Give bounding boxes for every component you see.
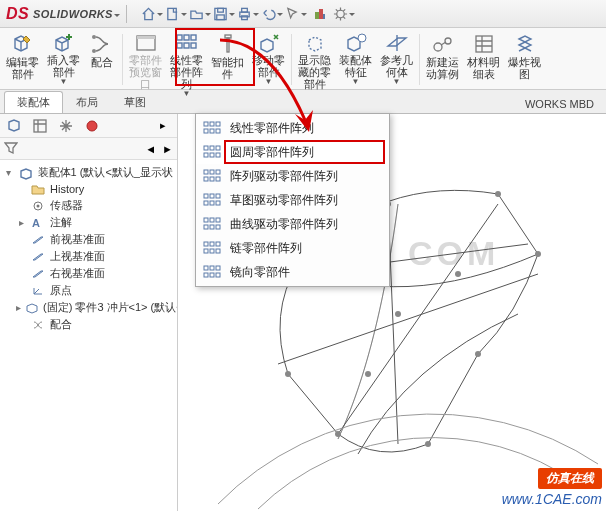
svg-rect-70 — [204, 225, 208, 229]
bom-button[interactable]: 材料明 细表 — [463, 30, 504, 86]
select-button[interactable] — [285, 3, 307, 25]
node-history[interactable]: History — [2, 181, 175, 197]
svg-rect-55 — [204, 170, 208, 174]
smart-fasteners-button[interactable]: 智能扣 件 — [207, 30, 248, 86]
menu-pattern-curve[interactable]: 曲线驱动零部件阵列 — [196, 212, 389, 236]
node-mates[interactable]: 配合 — [2, 316, 175, 333]
svg-rect-16 — [184, 35, 189, 40]
rebuild-button[interactable] — [309, 3, 331, 25]
svg-rect-84 — [216, 273, 220, 277]
undo-button[interactable] — [261, 3, 283, 25]
svg-rect-15 — [177, 35, 182, 40]
feature-tree[interactable]: ▾ 装配体1 (默认<默认_显示状 History传感器▸A注解前视基准面上视基… — [0, 160, 177, 511]
show-hidden-icon — [301, 32, 329, 54]
menu-pattern-linear[interactable]: 线性零部件阵列 — [196, 116, 389, 140]
ribbon-tabs: 装配体 布局 草图 WORKS MBD — [0, 90, 606, 114]
node-part[interactable]: ▸(固定) 零件3 冲片<1> (默认<<默 — [2, 299, 175, 316]
property-tab[interactable] — [30, 116, 50, 136]
exploded-view-button[interactable]: 爆炸视 图 — [504, 30, 545, 86]
svg-rect-76 — [204, 249, 208, 253]
display-tab[interactable] — [82, 116, 102, 136]
menu-pattern-chain[interactable]: 链零部件阵列 — [196, 236, 389, 260]
print-button[interactable] — [237, 3, 259, 25]
svg-rect-82 — [204, 273, 208, 277]
svg-point-37 — [425, 441, 431, 447]
reference-geom-button[interactable]: 参考几 何体▼ — [376, 30, 417, 86]
svg-point-28 — [87, 121, 97, 131]
linear-pattern-button[interactable]: 线性零 部件阵 列▼ — [166, 30, 207, 86]
svg-rect-18 — [177, 43, 182, 48]
svg-point-35 — [535, 251, 541, 257]
options-button[interactable] — [333, 3, 355, 25]
new-button[interactable] — [165, 3, 187, 25]
node-top-plane[interactable]: 上视基准面 — [2, 248, 175, 265]
filter-icon[interactable] — [4, 141, 18, 157]
svg-rect-56 — [210, 170, 214, 174]
tree-root[interactable]: ▾ 装配体1 (默认<默认_显示状 — [2, 164, 175, 181]
part-icon — [25, 301, 39, 315]
assembly-icon — [18, 166, 34, 180]
preview-window-button[interactable]: 零部件 预览窗 口 — [125, 30, 166, 86]
arrow-left-icon[interactable]: ◄ — [145, 143, 156, 155]
pattern-dropdown-menu: 线性零部件阵列圆周零部件阵列阵列驱动零部件阵列草图驱动零部件阵列曲线驱动零部件阵… — [195, 113, 390, 287]
menu-pattern-circular[interactable]: 圆周零部件阵列 — [196, 140, 389, 164]
tab-mbd[interactable]: WORKS MBD — [513, 95, 606, 113]
edit-component-button[interactable]: 编辑零 部件 — [2, 30, 43, 86]
pattern-icon — [202, 143, 222, 161]
pattern-icon — [202, 263, 222, 281]
svg-point-42 — [365, 371, 371, 377]
mate-button[interactable]: 配合 — [84, 30, 120, 86]
save-button[interactable] — [213, 3, 235, 25]
node-front-plane[interactable]: 前视基准面 — [2, 231, 175, 248]
node-annotations[interactable]: ▸A注解 — [2, 214, 175, 231]
home-button[interactable] — [141, 3, 163, 25]
footer-badge: 仿真在线 — [538, 468, 602, 489]
plane-icon — [30, 250, 46, 264]
plane-icon — [30, 233, 46, 247]
svg-point-39 — [285, 371, 291, 377]
svg-rect-80 — [210, 266, 214, 270]
show-hidden-button[interactable]: 显示隐 藏的零 部件 — [294, 30, 335, 86]
svg-point-40 — [395, 311, 401, 317]
menu-pattern-sketch[interactable]: 草图驱动零部件阵列 — [196, 188, 389, 212]
quick-access-toolbar — [141, 3, 355, 25]
origin-icon — [30, 284, 46, 298]
insert-component-button[interactable]: 插入零 部件▼ — [43, 30, 84, 86]
motion-study-button[interactable]: 新建运 动算例 — [422, 30, 463, 86]
linear-pattern-icon — [173, 32, 201, 54]
svg-point-10 — [337, 10, 345, 18]
tab-sketch[interactable]: 草图 — [111, 91, 159, 113]
more-tab[interactable]: ▸ — [153, 116, 173, 136]
node-origin[interactable]: 原点 — [2, 282, 175, 299]
config-tab[interactable] — [56, 116, 76, 136]
svg-rect-22 — [227, 38, 229, 52]
svg-rect-54 — [216, 153, 220, 157]
app-menu-dropdown[interactable] — [113, 8, 120, 20]
assembly-features-button[interactable]: 装配体 特征▼ — [335, 30, 376, 86]
svg-rect-2 — [218, 8, 224, 12]
menu-pattern-mirror[interactable]: 镜向零部件 — [196, 260, 389, 284]
pattern-icon — [202, 191, 222, 209]
move-component-icon — [255, 32, 283, 54]
svg-rect-51 — [216, 146, 220, 150]
svg-rect-17 — [191, 35, 196, 40]
feature-manager-panel: ▸ ◄ ► ▾ 装配体1 (默认<默认_显示状 History传感器▸A注解前视… — [0, 114, 178, 511]
svg-rect-48 — [216, 129, 220, 133]
svg-rect-68 — [210, 218, 214, 222]
svg-rect-75 — [216, 242, 220, 246]
menu-pattern-driven[interactable]: 阵列驱动零部件阵列 — [196, 164, 389, 188]
open-button[interactable] — [189, 3, 211, 25]
move-component-button[interactable]: 移动零 部件▼ — [248, 30, 289, 86]
tab-layout[interactable]: 布局 — [63, 91, 111, 113]
node-right-plane[interactable]: 右视基准面 — [2, 265, 175, 282]
panel-tab-row: ▸ — [0, 114, 177, 138]
svg-rect-46 — [204, 129, 208, 133]
svg-rect-49 — [204, 146, 208, 150]
svg-rect-61 — [204, 194, 208, 198]
node-sensors[interactable]: 传感器 — [2, 197, 175, 214]
fm-tree-tab[interactable] — [4, 116, 24, 136]
svg-point-36 — [475, 351, 481, 357]
arrow-right-icon[interactable]: ► — [162, 143, 173, 155]
svg-rect-58 — [204, 177, 208, 181]
tab-assembly[interactable]: 装配体 — [4, 91, 63, 113]
